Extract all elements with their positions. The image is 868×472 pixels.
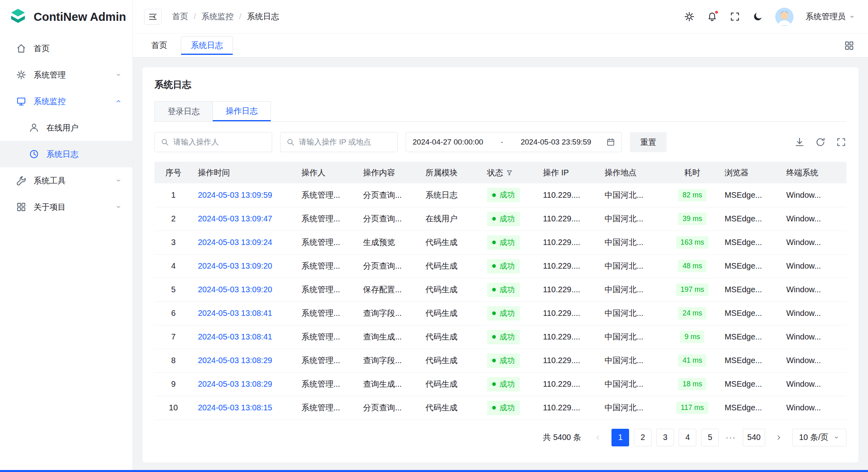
status-label: 成功 (499, 261, 515, 271)
brand[interactable]: ContiNew Admin (0, 0, 132, 34)
sidebar-item-system-management[interactable]: 系统管理 (0, 62, 132, 88)
avatar[interactable] (775, 8, 794, 26)
prev-page-button[interactable] (589, 429, 607, 446)
cell-time: 2024-05-03 13:09:20 (192, 254, 296, 278)
status-label: 成功 (499, 237, 515, 248)
sidebar-item-system-monitor[interactable]: 系统监控 (0, 88, 132, 114)
topbar: 首页 / 系统监控 / 系统日志 系统管理员 (133, 0, 868, 34)
cell-index: 9 (154, 372, 192, 396)
sidebar-item-system-tools[interactable]: 系统工具 (0, 167, 132, 194)
cell-status: 成功 (481, 183, 537, 207)
page-button-last[interactable]: 540 (743, 429, 765, 446)
operator-search-input[interactable] (173, 138, 266, 147)
tab-operation-log[interactable]: 操作日志 (212, 101, 271, 121)
status-dot-icon (492, 217, 496, 221)
page-button-4[interactable]: 4 (679, 429, 696, 446)
view-tab-home[interactable]: 首页 (142, 36, 177, 55)
cell-os: Window... (781, 349, 846, 372)
tab-grid-icon[interactable] (844, 40, 854, 51)
cell-operator: 系统管理... (296, 349, 357, 372)
date-range-picker[interactable]: 2024-04-27 00:00:00 - 2024-05-03 23:59:5… (406, 132, 622, 152)
sidebar-collapse-button[interactable] (144, 9, 162, 25)
cell-index: 8 (154, 349, 192, 372)
sidebar-item-online-users[interactable]: 在线用户 (0, 114, 132, 141)
breadcrumb-home[interactable]: 首页 (172, 11, 188, 22)
brand-logo-icon (9, 8, 27, 26)
cell-os: Window... (781, 254, 846, 278)
user-menu[interactable]: 系统管理员 (806, 11, 855, 22)
settings-icon[interactable] (684, 11, 695, 22)
cell-module: 系统日志 (420, 183, 481, 207)
operation-time-link[interactable]: 2024-05-03 13:08:15 (198, 403, 272, 412)
user-icon (29, 123, 39, 133)
operation-time-link[interactable]: 2024-05-03 13:08:29 (198, 356, 272, 365)
page-button-1[interactable]: 1 (611, 429, 629, 446)
column-header-os: 终端系统 (781, 162, 846, 183)
cell-status: 成功 (481, 278, 537, 301)
sidebar-item-system-log[interactable]: 系统日志 (0, 141, 132, 167)
next-page-button[interactable] (770, 429, 788, 446)
view-tab-system-log[interactable]: 系统日志 (181, 36, 233, 55)
system-log-card: 系统日志 登录日志 操作日志 2024-04-27 00:00: (142, 67, 858, 462)
dark-mode-moon-icon[interactable] (752, 11, 763, 22)
download-icon[interactable] (794, 137, 805, 147)
fullscreen-icon[interactable] (730, 11, 740, 22)
cell-module: 代码生成 (420, 396, 481, 420)
operation-time-link[interactable]: 2024-05-03 13:08:41 (198, 332, 272, 341)
breadcrumb-system-monitor[interactable]: 系统监控 (202, 11, 234, 22)
reset-button[interactable]: 重置 (630, 132, 667, 152)
gear-icon (16, 70, 26, 80)
breadcrumb-current: 系统日志 (247, 11, 279, 22)
cell-module: 代码生成 (420, 301, 481, 325)
operation-time-link[interactable]: 2024-05-03 13:09:20 (198, 261, 272, 270)
expand-icon[interactable] (836, 137, 846, 147)
page-button-3[interactable]: 3 (656, 429, 674, 446)
page-button-5[interactable]: 5 (701, 429, 719, 446)
status-dot-icon (492, 241, 496, 244)
cell-operator: 系统管理... (296, 207, 357, 231)
filter-icon[interactable] (506, 169, 513, 177)
date-separator: - (498, 138, 505, 147)
status-badge: 成功 (487, 283, 520, 297)
page-title: 系统日志 (154, 78, 846, 91)
pagination: 共 5400 条 1 2 3 4 5 ··· 540 10 条/页 (154, 429, 846, 446)
page-size-select[interactable]: 10 条/页 (792, 429, 846, 446)
sidebar-item-home[interactable]: 首页 (0, 35, 132, 62)
status-label: 成功 (499, 332, 515, 342)
refresh-icon[interactable] (815, 137, 826, 147)
operation-time-link[interactable]: 2024-05-03 13:09:24 (198, 238, 272, 247)
cell-index: 1 (154, 183, 192, 207)
operation-time-link[interactable]: 2024-05-03 13:08:29 (198, 380, 272, 388)
cell-time: 2024-05-03 13:09:20 (192, 278, 296, 301)
table-header: 序号 操作时间 操作人 操作内容 所属模块 状态 操作 IP 操作地点 耗时 浏… (154, 162, 846, 183)
status-label: 成功 (499, 379, 515, 390)
operation-time-link[interactable]: 2024-05-03 13:09:20 (198, 285, 272, 294)
status-header-label: 状态 (487, 168, 503, 177)
cell-location: 中国河北... (599, 278, 666, 301)
cell-time: 2024-05-03 13:08:41 (192, 301, 296, 325)
page-size-value: 10 条/页 (799, 432, 828, 443)
cell-index: 10 (154, 396, 192, 420)
cell-index: 5 (154, 278, 192, 301)
page-button-2[interactable]: 2 (634, 429, 652, 446)
cell-operator: 系统管理... (296, 183, 357, 207)
operation-time-link[interactable]: 2024-05-03 13:09:59 (198, 191, 272, 199)
cell-module: 代码生成 (420, 349, 481, 372)
operation-time-link[interactable]: 2024-05-03 13:09:47 (198, 214, 272, 223)
cell-content: 生成预览 (357, 231, 420, 254)
filter-bar: 2024-04-27 00:00:00 - 2024-05-03 23:59:5… (154, 132, 846, 152)
pagination-ellipsis[interactable]: ··· (724, 433, 738, 442)
cell-location: 中国河北... (599, 207, 666, 231)
topbar-actions: 系统管理员 (684, 8, 855, 26)
notifications-bell-icon[interactable] (707, 11, 718, 22)
cell-location: 中国河北... (599, 372, 666, 396)
cell-browser: MSEdge... (719, 396, 781, 420)
cell-status: 成功 (481, 325, 537, 349)
status-dot-icon (492, 382, 496, 386)
operation-time-link[interactable]: 2024-05-03 13:08:41 (198, 309, 272, 317)
sidebar-item-about[interactable]: 关于项目 (0, 194, 132, 220)
tab-login-log[interactable]: 登录日志 (154, 101, 213, 121)
ip-search-input[interactable] (299, 138, 392, 147)
status-label: 成功 (499, 214, 515, 224)
cell-os: Window... (781, 183, 846, 207)
